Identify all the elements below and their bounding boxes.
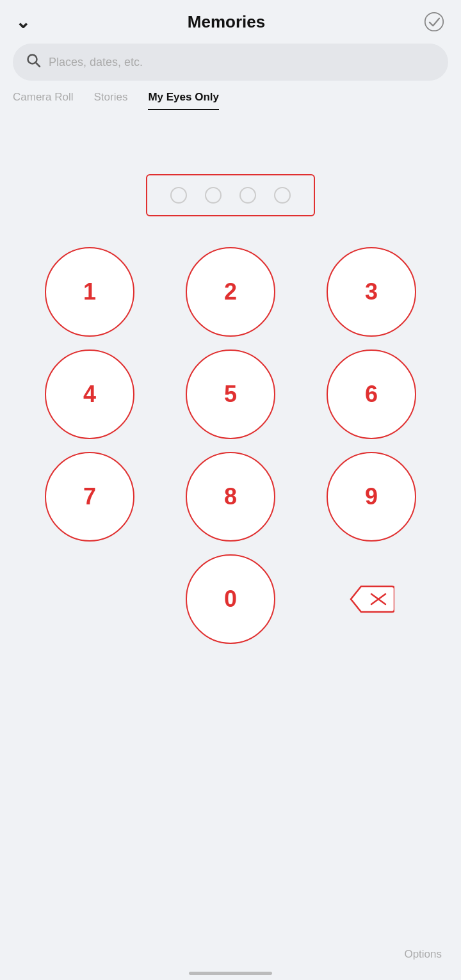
pin-dot-4 <box>274 187 291 204</box>
key-1-button[interactable]: 1 <box>45 247 134 337</box>
svg-line-2 <box>36 63 40 67</box>
chevron-down-icon[interactable]: ⌄ <box>15 12 30 33</box>
key-7-button[interactable]: 7 <box>45 452 134 542</box>
key-5-button[interactable]: 5 <box>186 349 275 439</box>
pin-dot-3 <box>239 187 256 204</box>
key-0-button[interactable]: 0 <box>186 554 275 644</box>
tab-camera-roll[interactable]: Camera Roll <box>13 91 73 110</box>
options-button[interactable]: Options <box>404 948 442 961</box>
key-4-button[interactable]: 4 <box>45 349 134 439</box>
key-3-button[interactable]: 3 <box>327 247 416 337</box>
check-icon[interactable] <box>423 10 446 33</box>
keypad-bottom-row: 0 <box>0 554 461 644</box>
tab-my-eyes-only[interactable]: My Eyes Only <box>148 91 219 110</box>
page-title: Memories <box>188 12 265 32</box>
delete-button[interactable] <box>327 554 416 644</box>
search-placeholder-text: Places, dates, etc. <box>49 56 143 69</box>
search-bar[interactable]: Places, dates, etc. <box>13 44 448 81</box>
header: ⌄ Memories <box>0 0 461 41</box>
svg-point-0 <box>425 13 443 31</box>
pin-dot-2 <box>205 187 222 204</box>
pin-dots-container <box>146 174 315 216</box>
key-2-button[interactable]: 2 <box>186 247 275 337</box>
search-icon <box>26 52 41 72</box>
pin-area: 1 2 3 4 5 6 7 8 9 0 <box>0 174 461 644</box>
home-indicator <box>189 972 272 975</box>
key-6-button[interactable]: 6 <box>327 349 416 439</box>
tabs-bar: Camera Roll Stories My Eyes Only <box>0 88 461 110</box>
tab-stories[interactable]: Stories <box>93 91 127 110</box>
key-empty <box>45 554 134 644</box>
key-8-button[interactable]: 8 <box>186 452 275 542</box>
search-bar-container: Places, dates, etc. <box>0 41 461 88</box>
pin-dot-1 <box>170 187 187 204</box>
keypad: 1 2 3 4 5 6 7 8 9 <box>0 247 461 542</box>
key-9-button[interactable]: 9 <box>327 452 416 542</box>
